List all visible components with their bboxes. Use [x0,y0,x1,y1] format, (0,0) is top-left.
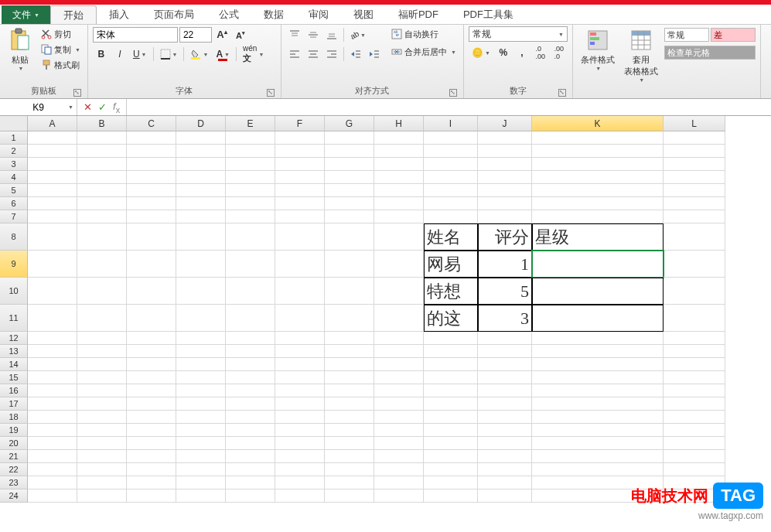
cell-G24[interactable] [325,489,374,503]
cell-D12[interactable] [176,332,226,345]
style-check-cell[interactable]: 检查单元格 [664,46,756,60]
cell-B7[interactable] [77,210,127,223]
cell-B9[interactable] [77,251,127,278]
cell-G19[interactable] [325,424,374,437]
font-color-button[interactable]: A▼ [213,46,233,62]
cut-button[interactable]: 剪切 [39,26,83,42]
cell-C1[interactable] [127,131,176,145]
cell-L18[interactable] [664,411,725,424]
cell-B6[interactable] [77,197,127,210]
cell-F20[interactable] [275,437,325,450]
cell-F19[interactable] [275,424,325,437]
increase-indent-button[interactable] [366,46,383,62]
cell-C8[interactable] [127,223,176,251]
cell-L17[interactable] [664,397,725,411]
cell-G16[interactable] [325,384,374,397]
shrink-font-button[interactable]: A▾ [232,27,249,43]
cell-J8[interactable]: 评分 [478,223,532,251]
cell-B10[interactable] [77,278,127,305]
cell-E4[interactable] [226,171,275,184]
cell-A7[interactable] [28,210,77,223]
cell-G5[interactable] [325,184,374,197]
merge-center-button[interactable]: 合并后居中▼ [389,44,459,60]
cell-G6[interactable] [325,197,374,210]
row-header-12[interactable]: 12 [0,332,28,345]
cell-F24[interactable] [275,489,325,503]
cell-C23[interactable] [127,476,176,489]
font-size-combo[interactable] [179,27,212,43]
cell-H21[interactable] [374,450,424,463]
cell-H10[interactable] [374,278,424,305]
cell-E24[interactable] [226,489,275,503]
cell-I24[interactable] [424,489,478,503]
cell-H9[interactable] [374,251,424,278]
style-bad[interactable]: 差 [711,28,756,42]
conditional-format-button[interactable]: 条件格式 ▼ [578,26,618,73]
cell-C7[interactable] [127,210,176,223]
align-middle-button[interactable] [305,27,322,43]
tab-review[interactable]: 审阅 [296,5,341,24]
cell-I15[interactable] [424,371,478,384]
cell-K12[interactable] [532,332,664,345]
grow-font-button[interactable]: A▴ [213,27,230,43]
cell-K2[interactable] [532,145,664,158]
cell-I9[interactable]: 网易 [424,251,478,278]
cell-J18[interactable] [478,411,532,424]
cell-A23[interactable] [28,476,77,489]
cell-H15[interactable] [374,371,424,384]
cell-H2[interactable] [374,145,424,158]
cell-L5[interactable] [664,184,725,197]
row-header-5[interactable]: 5 [0,184,28,197]
cell-B5[interactable] [77,184,127,197]
cell-E6[interactable] [226,197,275,210]
cell-H6[interactable] [374,197,424,210]
col-header-L[interactable]: L [664,116,725,131]
row-header-3[interactable]: 3 [0,158,28,171]
cell-A1[interactable] [28,131,77,145]
cell-I11[interactable]: 的这 [424,305,478,332]
cell-A2[interactable] [28,145,77,158]
cell-E12[interactable] [226,332,275,345]
col-header-B[interactable]: B [77,116,127,131]
row-header-11[interactable]: 11 [0,305,28,332]
cell-K13[interactable] [532,345,664,358]
cell-K1[interactable] [532,131,664,145]
cell-K19[interactable] [532,424,664,437]
cell-L14[interactable] [664,358,725,371]
col-header-J[interactable]: J [478,116,532,131]
tab-view[interactable]: 视图 [341,5,386,24]
row-header-2[interactable]: 2 [0,145,28,158]
cell-D8[interactable] [176,223,226,251]
cell-H20[interactable] [374,437,424,450]
cell-J22[interactable] [478,463,532,476]
cell-J13[interactable] [478,345,532,358]
cell-J21[interactable] [478,450,532,463]
cell-A4[interactable] [28,171,77,184]
dialog-launcher-icon[interactable]: ⤡ [558,89,566,97]
cell-K17[interactable] [532,397,664,411]
cell-H7[interactable] [374,210,424,223]
cell-J6[interactable] [478,197,532,210]
cell-B1[interactable] [77,131,127,145]
number-format-combo[interactable]: 常规 ▼ [469,26,568,42]
cell-C12[interactable] [127,332,176,345]
file-tab[interactable]: 文件 ▼ [2,5,50,24]
row-header-21[interactable]: 21 [0,450,28,463]
cell-E17[interactable] [226,397,275,411]
cell-G9[interactable] [325,251,374,278]
cell-A11[interactable] [28,305,77,332]
cell-K11[interactable] [532,305,664,332]
cell-G20[interactable] [325,437,374,450]
cell-I19[interactable] [424,424,478,437]
cell-I13[interactable] [424,345,478,358]
cell-I1[interactable] [424,131,478,145]
col-header-H[interactable]: H [374,116,424,131]
cell-L1[interactable] [664,131,725,145]
cell-J9[interactable]: 1 [478,251,532,278]
fill-color-button[interactable]: ▼ [187,46,211,62]
cell-J23[interactable] [478,476,532,489]
increase-decimal-button[interactable]: .0.00 [532,45,549,60]
cell-K10[interactable] [532,278,664,305]
cell-I12[interactable] [424,332,478,345]
cell-C15[interactable] [127,371,176,384]
